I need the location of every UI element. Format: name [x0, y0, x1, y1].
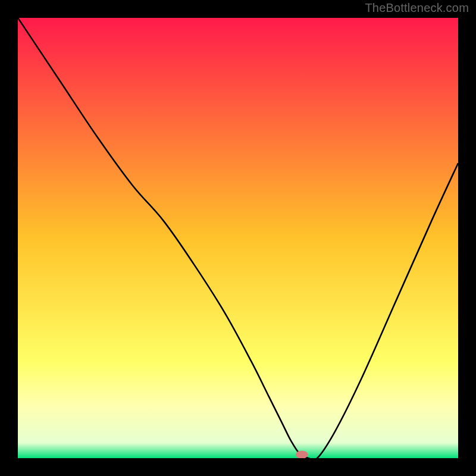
gradient-background [18, 18, 458, 458]
plot-area [18, 18, 458, 458]
chart-container: TheBottleneck.com [0, 0, 476, 476]
plot-svg [18, 18, 458, 458]
watermark-text: TheBottleneck.com [365, 1, 469, 15]
